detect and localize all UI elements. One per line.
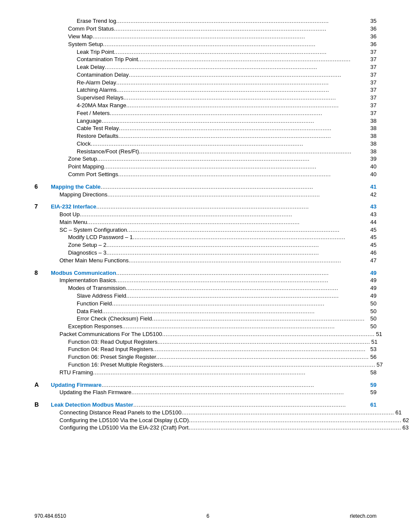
toc-row: Data Field .............................… bbox=[34, 307, 377, 315]
toc-row: Feet / Meters ..........................… bbox=[34, 109, 377, 117]
toc-label: View Map bbox=[68, 33, 93, 40]
toc-page-num: 57 bbox=[377, 361, 383, 368]
toc-row: Function 16: Preset Multiple Registers .… bbox=[34, 361, 377, 369]
toc-page-num: 51 bbox=[376, 331, 382, 337]
toc-row: Updating the Flash Firmware ............… bbox=[34, 389, 377, 396]
toc-page-num: 43 bbox=[371, 211, 377, 218]
toc-label: Slave Address Field bbox=[77, 292, 126, 299]
toc-label: Zone Setup bbox=[68, 156, 97, 162]
toc-row: Error Check (Checksum) Field ...........… bbox=[34, 315, 377, 323]
toc-label: Comm Port Settings bbox=[68, 171, 118, 177]
toc-page-num: 45 bbox=[371, 227, 377, 233]
toc-row: Contamination Delay ....................… bbox=[34, 71, 377, 78]
toc-row: Configuring the LD5100 Via the Local Dis… bbox=[34, 416, 377, 424]
toc-row: Other Main Menu Functions ..............… bbox=[34, 256, 377, 264]
toc-dots: ........................................… bbox=[116, 270, 369, 276]
toc-row: Point Mapping ..........................… bbox=[34, 163, 377, 171]
toc-label: System Setup bbox=[68, 41, 103, 47]
toc-label: Leak Detection Modbus Master bbox=[51, 401, 133, 408]
toc-dots: ........................................… bbox=[112, 300, 369, 307]
toc-dots: ........................................… bbox=[91, 140, 369, 147]
toc-row: Implementation Basics ..................… bbox=[34, 277, 377, 284]
toc-page-num: 50 bbox=[371, 308, 377, 314]
toc-label: 4-20MA Max Range bbox=[77, 102, 126, 109]
toc-row: Boot Up ................................… bbox=[34, 211, 377, 218]
toc-dots: ........................................… bbox=[93, 33, 369, 40]
toc-label: Erase Trend log bbox=[77, 18, 116, 24]
toc-page-num: 37 bbox=[371, 72, 377, 78]
toc-page-num: 61 bbox=[395, 409, 402, 416]
toc-label: Modify LCD Password – 1 bbox=[68, 234, 133, 240]
toc-row: Main Menu ..............................… bbox=[34, 218, 377, 226]
toc-dots: ........................................… bbox=[101, 184, 369, 190]
toc-row: Diagnostics – 3 ........................… bbox=[34, 249, 377, 257]
toc-page-num: 46 bbox=[371, 249, 377, 256]
toc-row: SC – System Configuration ..............… bbox=[34, 226, 377, 233]
toc-row: Comm Port Status .......................… bbox=[34, 25, 377, 33]
toc-label: Latching Alarms bbox=[77, 87, 117, 93]
toc-label: Error Check (Checksum) Field bbox=[77, 315, 152, 322]
toc-label: Restore Defaults bbox=[77, 133, 118, 139]
toc-dots: ........................................… bbox=[114, 49, 369, 55]
toc-dots: ........................................… bbox=[126, 102, 369, 109]
toc-page-num: 37 bbox=[371, 64, 377, 70]
toc-page-num: 58 bbox=[371, 369, 377, 376]
toc-page-num: 39 bbox=[371, 156, 377, 162]
toc-label: Mapping the Cable bbox=[51, 184, 101, 190]
toc-page-num: 36 bbox=[371, 33, 377, 40]
toc-row: Comm Port Settings .....................… bbox=[34, 171, 377, 178]
toc-label: Function 03: Read Output Registers bbox=[68, 339, 157, 345]
footer-right: rletech.com bbox=[350, 513, 377, 519]
toc-dots: ........................................… bbox=[163, 361, 375, 368]
toc-label: Configuring the LD5100 Via the Local Dis… bbox=[59, 417, 189, 423]
section-number: 6 bbox=[34, 183, 51, 190]
toc-label: Function 04: Read Input Registers bbox=[68, 346, 153, 352]
toc-row: Function 03: Read Output Registers .....… bbox=[34, 338, 377, 345]
toc-page-num: 36 bbox=[371, 25, 377, 32]
toc-label: Implementation Basics bbox=[59, 277, 116, 283]
page: Erase Trend log ........................… bbox=[0, 0, 411, 532]
toc-row: Leak Trip Point ........................… bbox=[34, 48, 377, 56]
toc-row: Resistance/Foot (Res/Ft) ...............… bbox=[34, 147, 377, 155]
toc-label: Re-Alarm Delay bbox=[77, 79, 116, 86]
toc-dots: ........................................… bbox=[127, 227, 369, 233]
toc-dots: ........................................… bbox=[103, 41, 369, 47]
toc-row: 4-20MA Max Range .......................… bbox=[34, 102, 377, 109]
toc-page-num: 40 bbox=[371, 163, 377, 170]
toc-row: Language ...............................… bbox=[34, 117, 377, 124]
toc-page-num: 59 bbox=[371, 382, 377, 388]
toc-page-num: 56 bbox=[371, 354, 377, 360]
toc-row: Mapping Directions .....................… bbox=[34, 190, 377, 198]
toc-label: Function Field bbox=[77, 300, 112, 307]
toc-label: Resistance/Foot (Res/Ft) bbox=[77, 148, 139, 155]
toc-dots: ........................................… bbox=[104, 163, 369, 170]
toc-row: 7EIA-232 Interface .....................… bbox=[34, 202, 377, 211]
toc-page-num: 38 bbox=[371, 118, 377, 124]
toc-dots: ........................................… bbox=[189, 424, 401, 431]
toc-label: Language bbox=[77, 118, 102, 124]
toc-dots: ........................................… bbox=[105, 64, 369, 70]
toc-page-num: 37 bbox=[371, 56, 377, 62]
toc-dots: ........................................… bbox=[87, 219, 369, 225]
toc-dots: ........................................… bbox=[181, 409, 394, 416]
toc-dots: ........................................… bbox=[119, 125, 369, 131]
toc-dots: ........................................… bbox=[114, 25, 369, 32]
toc-dots: ........................................… bbox=[116, 18, 369, 24]
toc-page-num: 35 bbox=[371, 18, 377, 24]
section-number: 7 bbox=[34, 203, 51, 210]
toc-page-num: 51 bbox=[371, 339, 377, 345]
toc-row: Function Field .........................… bbox=[34, 299, 377, 307]
toc-dots: ........................................… bbox=[122, 323, 369, 330]
toc-label: Packet Communications For The LD5100 bbox=[59, 331, 162, 337]
toc-label: Supervised Relays bbox=[77, 94, 123, 101]
toc-dots: ........................................… bbox=[156, 354, 369, 360]
toc-page-num: 44 bbox=[371, 219, 377, 225]
toc-row: Connecting Distance Read Panels to the L… bbox=[34, 409, 377, 417]
toc-row: Supervised Relays ......................… bbox=[34, 94, 377, 102]
toc-page-num: 40 bbox=[371, 171, 377, 177]
toc-page-num: 49 bbox=[371, 285, 377, 291]
toc-label: Contamination Trip Point bbox=[77, 56, 138, 62]
toc-dots: ........................................… bbox=[106, 249, 369, 256]
toc-label: Point Mapping bbox=[68, 163, 104, 170]
toc-row: RTU Framing ............................… bbox=[34, 368, 377, 376]
